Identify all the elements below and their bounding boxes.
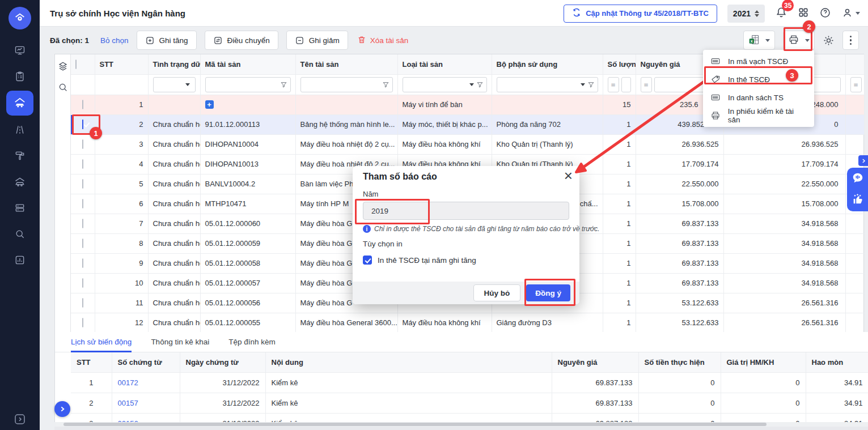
scrollbar-thumb[interactable] — [63, 423, 767, 426]
row-checkbox[interactable] — [82, 120, 83, 129]
sidebar-item-dashboard[interactable] — [0, 37, 40, 63]
filter-type-select[interactable] — [403, 77, 487, 92]
funnel-icon[interactable] — [382, 81, 389, 88]
history-col-8[interactable]: Hao mòn — [806, 352, 868, 372]
rating-thumb-icon[interactable] — [852, 193, 864, 207]
row-checkbox[interactable] — [82, 239, 83, 248]
history-col-1[interactable]: STT — [71, 352, 112, 372]
row-checkbox[interactable] — [82, 139, 83, 149]
col-code[interactable]: Mã tài sản — [200, 54, 295, 74]
feedback-expand-tab[interactable] — [858, 155, 868, 166]
decrease-asset-button[interactable]: Ghi giảm — [286, 31, 348, 50]
sidebar-item-maintenance[interactable] — [0, 143, 40, 169]
filter-cost-operator[interactable]: = — [641, 77, 652, 92]
more-options-button[interactable] — [842, 31, 859, 50]
funnel-icon[interactable] — [587, 81, 595, 88]
deselect-link[interactable]: Bỏ chọn — [100, 36, 129, 45]
sidebar-item-tasks[interactable] — [0, 63, 40, 90]
horizontal-scrollbar[interactable] — [56, 422, 868, 427]
filter-extra-operator[interactable]: = — [850, 77, 862, 92]
print-menu-item-3[interactable]: In danh sách TS — [703, 88, 814, 107]
tab-1[interactable]: Lịch sử biến động — [71, 332, 132, 352]
print-menu-item-2[interactable]: In thẻ TSCĐ — [703, 70, 814, 88]
doc-number-link[interactable]: 00157 — [118, 399, 138, 407]
print-option-checkbox[interactable] — [363, 256, 372, 265]
close-icon[interactable]: × — [564, 167, 573, 185]
layers-icon[interactable] — [58, 61, 68, 73]
sidebar-item-inventory[interactable] — [0, 195, 40, 221]
transfer-asset-button[interactable]: Điều chuyển — [205, 31, 278, 50]
cancel-button[interactable]: Hủy bỏ — [473, 284, 521, 301]
export-excel-button[interactable]: x — [743, 31, 775, 50]
year-spinner-icon[interactable] — [755, 10, 759, 17]
cell-dept: Phòng đa năng 702 — [492, 114, 603, 134]
ok-button[interactable]: Đồng ý — [526, 284, 570, 301]
row-checkbox[interactable] — [82, 258, 83, 268]
detail-row[interactable]: 10017231/12/2022Kiểm kê69.837.1330034.91 — [71, 372, 868, 393]
sidebar-collapse-button[interactable] — [13, 412, 27, 428]
row-checkbox[interactable] — [82, 278, 83, 288]
app-logo[interactable] — [9, 7, 31, 29]
history-col-4[interactable]: Nội dung — [265, 352, 552, 372]
sidebar-item-lookup[interactable] — [0, 221, 40, 247]
notification-bell-button[interactable]: 35 — [775, 6, 787, 20]
help-button[interactable] — [819, 7, 831, 20]
cell-accum: 26.561.316 — [723, 293, 845, 313]
sidebar-item-infrastructure[interactable] — [0, 117, 40, 143]
doc-number-link[interactable]: 00172 — [118, 378, 138, 387]
cell-extra — [845, 114, 864, 134]
filter-dept-select[interactable] — [497, 77, 598, 92]
row-checkbox[interactable] — [82, 219, 83, 228]
print-button[interactable] — [783, 31, 815, 50]
col-name[interactable]: Tên tài sản — [295, 54, 397, 74]
filter-qty-operator[interactable]: = — [608, 77, 619, 92]
year-field[interactable]: 2019 — [363, 202, 569, 220]
user-menu-button[interactable] — [841, 7, 860, 20]
history-col-6[interactable]: Số tiền thực hiện — [638, 352, 721, 372]
print-menu-item-1[interactable]: In mã vạch TSCĐ — [703, 52, 814, 70]
add-asset-button[interactable]: Ghi tăng — [137, 31, 197, 50]
funnel-icon[interactable] — [280, 81, 287, 88]
select-all-checkbox[interactable] — [75, 59, 77, 69]
expand-group-icon[interactable]: + — [205, 100, 214, 109]
funnel-icon[interactable] — [476, 81, 484, 88]
sidebar-item-reports[interactable] — [0, 247, 40, 273]
history-col-5[interactable]: Nguyên giá — [552, 352, 638, 372]
print-menu-item-4[interactable]: In phiếu kiểm kê tài sản — [703, 107, 814, 125]
apps-grid-button[interactable] — [798, 7, 809, 20]
col-stt[interactable]: STT — [95, 54, 148, 74]
tab-2[interactable]: Thông tin kê khai — [151, 332, 209, 352]
row-checkbox[interactable] — [82, 159, 83, 169]
col-dept[interactable]: Bộ phận sử dụng — [492, 54, 603, 74]
chat-feedback-icon[interactable] — [852, 172, 864, 186]
history-col-3[interactable]: Ngày chứng từ — [180, 352, 265, 372]
detail-row[interactable]: 30015631/12/2022Kiểm kê69.837.1330034.91 — [71, 413, 868, 422]
year-selector[interactable]: 2021 — [727, 5, 765, 23]
row-checkbox[interactable] — [82, 318, 83, 327]
table-row[interactable]: 12Chưa chuẩn hóa05.01.12.000055Máy điều … — [71, 313, 864, 333]
detail-row[interactable]: 20015731/12/2022Kiểm kê69.837.1330034.91 — [71, 393, 868, 413]
history-col-2[interactable]: Số chứng từ — [112, 352, 180, 372]
update-circular-button[interactable]: Cập nhật Thông tư 45/2018/TT-BTC — [564, 5, 717, 23]
sidebar-item-vehicles[interactable] — [0, 169, 40, 195]
col-status[interactable]: Tình trạng dữ liệu — [148, 54, 200, 74]
tab-3[interactable]: Tệp đính kèm — [228, 332, 276, 352]
table-row[interactable]: 3Chưa chuẩn hóaDIHOPAN10004Máy điều hoà … — [71, 134, 864, 154]
history-col-7[interactable]: Giá trị HM/KH — [721, 352, 806, 372]
row-checkbox[interactable] — [82, 100, 83, 109]
filter-status-select[interactable] — [153, 77, 196, 92]
filter-code-input[interactable] — [205, 77, 291, 92]
col-type[interactable]: Loại tài sản — [397, 54, 492, 74]
row-checkbox[interactable] — [82, 179, 83, 189]
filter-qty-input[interactable] — [621, 77, 631, 92]
delete-asset-button[interactable]: Xóa tài sản — [357, 35, 409, 46]
row-checkbox[interactable] — [82, 199, 83, 208]
grid-search-icon[interactable] — [58, 82, 68, 94]
settings-button[interactable] — [823, 35, 835, 46]
sidebar-item-assets[interactable] — [0, 90, 40, 117]
expand-panel-button[interactable] — [54, 401, 70, 417]
filter-name-input[interactable] — [300, 77, 393, 92]
col-qty[interactable]: Số lượn... — [603, 54, 636, 74]
row-checkbox[interactable] — [82, 298, 83, 308]
row-checkbox-cell — [71, 293, 95, 313]
